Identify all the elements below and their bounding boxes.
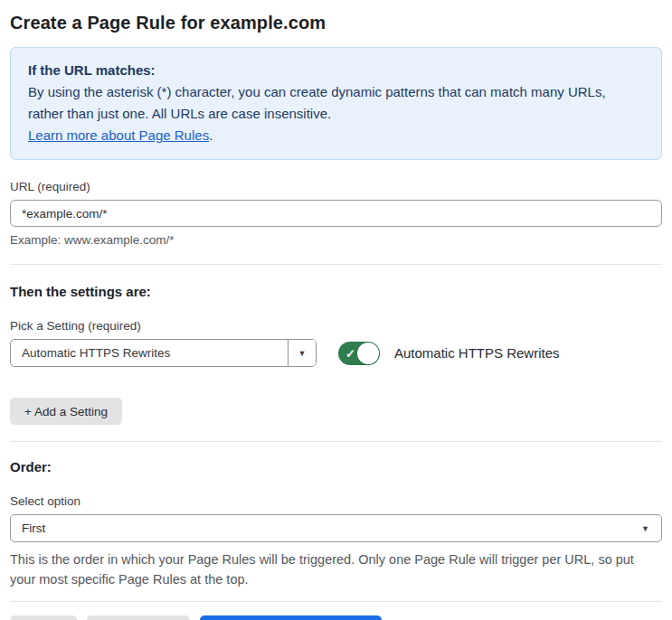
link-suffix: .	[209, 127, 213, 143]
divider	[10, 264, 662, 265]
order-select[interactable]: First ▼	[10, 514, 662, 542]
url-field-label: URL (required)	[10, 180, 662, 193]
save-as-draft-button[interactable]: Save as Draft	[87, 615, 190, 620]
url-match-info-callout: If the URL matches: By using the asteris…	[10, 47, 662, 160]
learn-more-link[interactable]: Learn more about Page Rules	[28, 127, 209, 143]
divider	[10, 441, 662, 442]
order-select-label: Select option	[10, 494, 662, 508]
footer-actions: Cancel Save as Draft Save and Deploy Pag…	[10, 615, 662, 620]
add-setting-button[interactable]: + Add a Setting	[10, 398, 122, 425]
page-title: Create a Page Rule for example.com	[10, 13, 662, 33]
setting-row: Automatic HTTPS Rewrites ▼ ✓ Automatic H…	[10, 339, 662, 367]
caret-down-icon: ▼	[641, 524, 649, 533]
order-section-heading: Order:	[10, 459, 662, 474]
setting-picker-value: Automatic HTTPS Rewrites	[11, 340, 288, 366]
url-example-helper: Example: www.example.com/*	[10, 233, 662, 247]
settings-section-heading: Then the settings are:	[10, 284, 662, 299]
https-rewrites-toggle[interactable]: ✓	[338, 342, 380, 365]
save-and-deploy-button[interactable]: Save and Deploy Page Rule	[200, 615, 383, 620]
setting-picker-dropdown[interactable]: Automatic HTTPS Rewrites ▼	[10, 339, 317, 367]
order-select-value: First	[22, 521, 45, 535]
check-icon: ✓	[345, 347, 355, 359]
url-input[interactable]	[10, 200, 662, 227]
pick-setting-label: Pick a Setting (required)	[10, 319, 662, 333]
cancel-button[interactable]: Cancel	[10, 615, 77, 620]
info-heading: If the URL matches:	[28, 60, 644, 81]
info-body-text: By using the asterisk (*) character, you…	[28, 81, 644, 125]
caret-down-icon: ▼	[298, 349, 307, 358]
info-link-line: Learn more about Page Rules.	[28, 125, 644, 146]
page-rule-form: Create a Page Rule for example.com If th…	[0, 13, 672, 620]
toggle-label: Automatic HTTPS Rewrites	[394, 345, 560, 361]
toggle-knob	[357, 343, 379, 364]
order-helper-text: This is the order in which your Page Rul…	[10, 550, 643, 589]
divider	[10, 601, 662, 602]
toggle-group: ✓ Automatic HTTPS Rewrites	[338, 342, 560, 365]
setting-picker-arrow-button[interactable]: ▼	[288, 340, 316, 366]
